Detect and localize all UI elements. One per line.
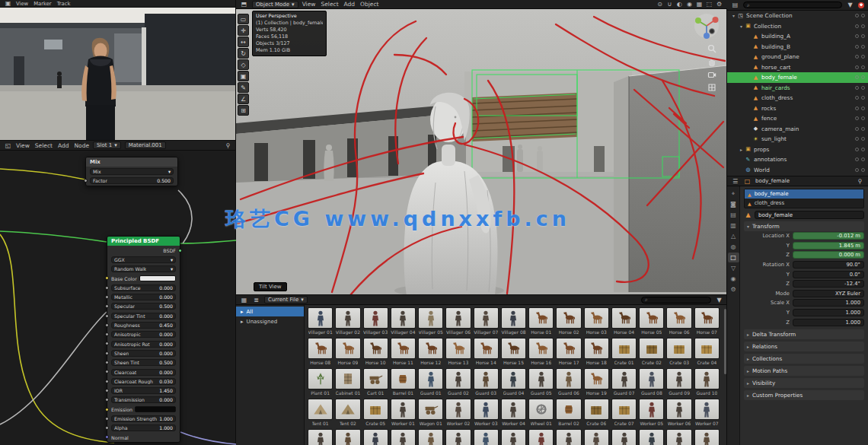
node-socket[interactable] bbox=[105, 389, 109, 393]
panel-header-motion-paths[interactable]: ▸Motion Paths bbox=[744, 366, 864, 376]
asset-item[interactable]: Guard 10 bbox=[694, 368, 720, 397]
menu-node[interactable]: Node bbox=[74, 142, 89, 149]
render-toggle[interactable] bbox=[861, 137, 865, 141]
asset-item[interactable]: Crate 03 bbox=[666, 338, 691, 367]
asset-item[interactable]: Guard 04 bbox=[501, 368, 526, 397]
properties-editor-icon[interactable]: ☰ bbox=[731, 178, 739, 185]
asset-item[interactable]: Guard 01 bbox=[418, 368, 443, 397]
visibility-toggle[interactable] bbox=[855, 127, 859, 131]
asset-item[interactable]: Villager 07 bbox=[474, 307, 499, 336]
menu-select[interactable]: Select bbox=[35, 142, 53, 149]
camera-view-icon[interactable] bbox=[707, 70, 716, 79]
outliner-editor-icon[interactable]: ▤ bbox=[731, 2, 739, 8]
asset-item[interactable]: Crate 02 bbox=[639, 338, 664, 367]
node-socket[interactable] bbox=[105, 314, 109, 318]
outliner-row-building_b[interactable]: ▲building_B bbox=[727, 42, 868, 52]
asset-item[interactable]: Villager 01 bbox=[308, 307, 333, 336]
slot-row[interactable]: ▲cloth_dress bbox=[745, 199, 863, 208]
viewport-editor-icon[interactable]: ⬒ bbox=[240, 1, 248, 8]
asset-item[interactable]: Horse 11 bbox=[391, 338, 416, 367]
menu-track[interactable]: Track bbox=[57, 1, 71, 7]
asset-item[interactable]: Cart 01 bbox=[363, 368, 388, 397]
asset-item[interactable]: Crate 01 bbox=[611, 338, 637, 367]
asset-browser-icon[interactable]: ▦ bbox=[240, 297, 248, 304]
menu-view[interactable]: View bbox=[16, 1, 28, 7]
node-row-anisotropic[interactable]: Anisotropic0.000 bbox=[107, 330, 180, 339]
filter-icon[interactable]: ▼ bbox=[715, 297, 723, 304]
node-socket[interactable] bbox=[105, 370, 109, 373]
outliner-row-annotations[interactable]: ✎annotations bbox=[727, 154, 868, 165]
properties-tab-view-layer[interactable]: ▥ bbox=[728, 221, 739, 230]
asset-item[interactable]: Horse 17 bbox=[556, 338, 581, 367]
value-field[interactable]: XYZ Euler bbox=[793, 290, 864, 297]
render-toggle[interactable] bbox=[861, 24, 865, 28]
asset-item[interactable]: Guard 02 bbox=[445, 368, 471, 397]
properties-tab-object[interactable]: □ bbox=[728, 253, 739, 262]
node-row-bsdf[interactable]: BSDF bbox=[107, 246, 180, 255]
asset-item[interactable]: Barrel 02 bbox=[556, 399, 581, 428]
color-swatch[interactable] bbox=[139, 275, 176, 281]
value-field[interactable]: -0.012 m bbox=[793, 232, 864, 240]
menu-add[interactable]: Add bbox=[344, 1, 356, 8]
render-toggle[interactable] bbox=[861, 127, 865, 131]
asset-search-input[interactable]: ⌕ bbox=[641, 297, 711, 304]
render-toggle[interactable] bbox=[861, 157, 865, 161]
node-socket[interactable] bbox=[105, 323, 109, 327]
menu-view[interactable]: View bbox=[302, 1, 316, 8]
outliner-row-world[interactable]: ◍World bbox=[727, 165, 868, 176]
asset-item[interactable]: Citizen 14 bbox=[666, 429, 691, 445]
viewport-3d[interactable]: ⬒ Object Mode▾ ViewSelectAddObject ⊙∪◐◉▦… bbox=[236, 0, 727, 295]
overlays-icon[interactable]: ▦ bbox=[695, 1, 704, 8]
visibility-toggle[interactable] bbox=[855, 65, 859, 69]
node-socket[interactable] bbox=[105, 295, 109, 299]
render-toggle[interactable] bbox=[861, 75, 865, 79]
node-socket[interactable] bbox=[105, 351, 109, 355]
asset-item[interactable]: Guard 07 bbox=[611, 368, 637, 397]
value-field[interactable]: 1.000 bbox=[793, 309, 864, 316]
asset-item[interactable]: Villager 02 bbox=[335, 307, 360, 336]
asset-item[interactable]: Citizen 05 bbox=[418, 429, 443, 445]
menu-select[interactable]: Select bbox=[321, 1, 338, 8]
asset-item[interactable]: Horse 05 bbox=[639, 307, 664, 336]
asset-item[interactable]: Villager 08 bbox=[501, 307, 526, 336]
node-row-sheen[interactable]: Sheen0.000 bbox=[107, 348, 180, 358]
node-socket[interactable] bbox=[105, 408, 109, 412]
value-field[interactable]: 1.000 bbox=[793, 319, 864, 326]
asset-item[interactable]: Worker 07 bbox=[694, 399, 720, 428]
shading-material-icon[interactable]: ◉ bbox=[685, 1, 694, 8]
slot-select[interactable]: Slot 1▾ bbox=[93, 141, 121, 149]
asset-item[interactable]: Horse 13 bbox=[445, 338, 471, 367]
asset-item[interactable]: Guard 08 bbox=[639, 368, 664, 397]
asset-item[interactable]: Citizen 08 bbox=[501, 429, 526, 445]
node-row-base-color[interactable]: Base Color bbox=[107, 274, 180, 283]
asset-item[interactable]: Horse 18 bbox=[584, 338, 609, 367]
snap-magnet-icon[interactable]: ∪ bbox=[665, 1, 674, 8]
asset-item[interactable]: Villager 03 bbox=[363, 307, 388, 336]
add-cube-tool[interactable]: ⊞ bbox=[238, 105, 249, 116]
asset-library-select[interactable]: Current File▾ bbox=[264, 296, 308, 304]
node-row-ggx[interactable]: GGX▾ bbox=[107, 255, 180, 264]
render-toggle[interactable] bbox=[861, 116, 865, 120]
node-row-emission[interactable]: Emission bbox=[107, 405, 180, 414]
asset-item[interactable]: Citizen 09 bbox=[528, 429, 554, 445]
asset-item[interactable]: Citizen 10 bbox=[556, 429, 581, 445]
asset-item[interactable]: Horse 15 bbox=[501, 338, 526, 367]
properties-tab-output[interactable]: ▤ bbox=[728, 210, 739, 220]
mix-node-title[interactable]: Mix bbox=[86, 157, 177, 167]
outliner-row-camera_main[interactable]: ◆camera_main bbox=[727, 124, 868, 135]
asset-item[interactable]: Guard 06 bbox=[556, 368, 581, 397]
annotate-tool[interactable]: ✎ bbox=[238, 82, 249, 93]
editor-type-icon[interactable]: ▣ bbox=[4, 0, 12, 7]
outliner-row-rocks[interactable]: ▲rocks bbox=[727, 103, 868, 114]
visibility-toggle[interactable] bbox=[855, 45, 859, 49]
pan-hand-icon[interactable] bbox=[707, 57, 716, 66]
node-row-normal[interactable]: Normal bbox=[107, 433, 180, 442]
panel-header-collections[interactable]: ▸Collections bbox=[744, 354, 864, 364]
outliner-row-hair_cards[interactable]: ▲hair_cards bbox=[727, 83, 868, 94]
asset-item[interactable]: Horse 07 bbox=[694, 307, 720, 336]
node-row-factor[interactable]: Factor0.500 bbox=[86, 176, 177, 185]
asset-item[interactable]: Villager 04 bbox=[391, 307, 416, 336]
pin-icon[interactable] bbox=[858, 2, 864, 8]
asset-item[interactable]: Citizen 11 bbox=[584, 429, 609, 445]
asset-item[interactable]: Horse 14 bbox=[474, 338, 499, 367]
